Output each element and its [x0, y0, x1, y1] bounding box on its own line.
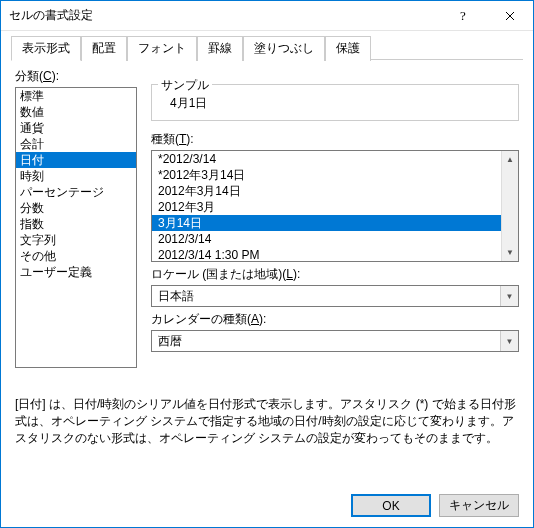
category-item[interactable]: 標準 [16, 88, 136, 104]
category-item[interactable]: 分数 [16, 200, 136, 216]
sample-value: 4月1日 [162, 91, 508, 112]
category-item[interactable]: 会計 [16, 136, 136, 152]
tab-strip: 表示形式配置フォント罫線塗りつぶし保護 [1, 31, 533, 60]
dialog-window: セルの書式設定 ? 表示形式配置フォント罫線塗りつぶし保護 分類(C): 標準数… [0, 0, 534, 528]
locale-value: 日本語 [152, 288, 500, 305]
category-label: 分類(C): [15, 68, 137, 85]
locale-label: ロケール (国または地域)(L): [151, 266, 519, 283]
ok-button[interactable]: OK [351, 494, 431, 517]
category-item[interactable]: 時刻 [16, 168, 136, 184]
calendar-value: 西暦 [152, 333, 500, 350]
dialog-footer: OK キャンセル [1, 486, 533, 527]
calendar-label: カレンダーの種類(A): [151, 311, 519, 328]
category-item[interactable]: 数値 [16, 104, 136, 120]
type-label: 種類(T): [151, 131, 519, 148]
category-item[interactable]: パーセンテージ [16, 184, 136, 200]
category-item[interactable]: 指数 [16, 216, 136, 232]
type-item[interactable]: 2012年3月14日 [152, 183, 501, 199]
close-button[interactable] [487, 1, 533, 31]
type-listbox[interactable]: *2012/3/14*2012年3月14日2012年3月14日2012年3月3月… [151, 150, 519, 262]
help-button[interactable]: ? [441, 1, 487, 31]
type-item[interactable]: *2012年3月14日 [152, 167, 501, 183]
description-text: [日付] は、日付/時刻のシリアル値を日付形式で表示します。アスタリスク (*)… [15, 396, 519, 446]
type-item[interactable]: 3月14日 [152, 215, 501, 231]
svg-text:?: ? [460, 9, 466, 23]
type-item[interactable]: 2012/3/14 [152, 231, 501, 247]
tab-4[interactable]: 塗りつぶし [243, 36, 325, 61]
titlebar: セルの書式設定 ? [1, 1, 533, 31]
category-item[interactable]: 日付 [16, 152, 136, 168]
type-item[interactable]: *2012/3/14 [152, 151, 501, 167]
dialog-body: 分類(C): 標準数値通貨会計日付時刻パーセンテージ分数指数文字列その他ユーザー… [1, 60, 533, 486]
locale-combobox[interactable]: 日本語 ▼ [151, 285, 519, 307]
category-listbox[interactable]: 標準数値通貨会計日付時刻パーセンテージ分数指数文字列その他ユーザー定義 [15, 87, 137, 368]
cancel-button[interactable]: キャンセル [439, 494, 519, 517]
tab-1[interactable]: 配置 [81, 36, 127, 61]
tab-3[interactable]: 罫線 [197, 36, 243, 61]
category-item[interactable]: 文字列 [16, 232, 136, 248]
chevron-down-icon[interactable]: ▼ [500, 286, 518, 306]
tab-2[interactable]: フォント [127, 36, 197, 61]
sample-group: サンプル 4月1日 [151, 84, 519, 121]
type-item[interactable]: 2012/3/14 1:30 PM [152, 247, 501, 261]
scroll-up-icon[interactable]: ▲ [502, 151, 518, 168]
sample-legend: サンプル [158, 77, 212, 94]
scrollbar[interactable]: ▲ ▼ [501, 151, 518, 261]
category-item[interactable]: 通貨 [16, 120, 136, 136]
tab-0[interactable]: 表示形式 [11, 36, 81, 61]
category-item[interactable]: その他 [16, 248, 136, 264]
tab-5[interactable]: 保護 [325, 36, 371, 61]
chevron-down-icon[interactable]: ▼ [500, 331, 518, 351]
calendar-combobox[interactable]: 西暦 ▼ [151, 330, 519, 352]
type-item[interactable]: 2012年3月 [152, 199, 501, 215]
dialog-title: セルの書式設定 [1, 7, 441, 24]
category-item[interactable]: ユーザー定義 [16, 264, 136, 280]
scroll-down-icon[interactable]: ▼ [502, 244, 518, 261]
